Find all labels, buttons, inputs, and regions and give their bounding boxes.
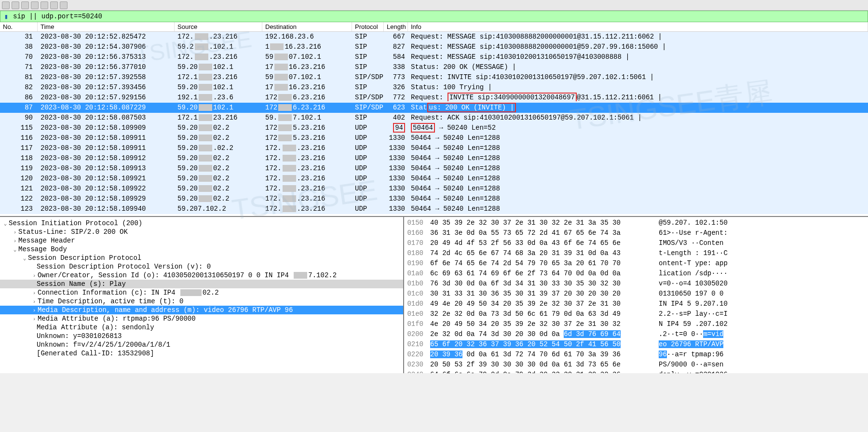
tree-sdp-media-attr-sendonly[interactable]: Media Attribute (a): sendonly [0, 323, 403, 332]
col-header-protocol[interactable]: Protocol [352, 22, 384, 31]
filter-bookmark-icon[interactable]: ▮ [2, 13, 10, 20]
packet-list-header[interactable]: No. Time Source Destination Protocol Len… [0, 22, 868, 32]
display-filter-input[interactable] [13, 13, 866, 20]
toolbar-button[interactable] [12, 1, 19, 9]
main-toolbar [0, 0, 868, 11]
packet-row[interactable]: 1222023-08-30 20:12:58.10992959.2002.217… [0, 194, 868, 204]
packet-row[interactable]: 382023-08-30 20:12:54.30790659.2.102.111… [0, 42, 868, 52]
tree-sdp-unknown-y[interactable]: Unknown: y=0301026813 [0, 332, 403, 340]
expand-icon[interactable]: › [31, 308, 38, 313]
hex-row[interactable]: 01c030 31 33 31 30 36 35 30 31 39 37 20 … [404, 289, 868, 299]
toolbar-button[interactable] [21, 1, 29, 9]
packet-list-pane[interactable]: No. Time Source Destination Protocol Len… [0, 22, 868, 217]
packet-detail-pane[interactable]: ⌄Session Initiation Protocol (200) ›Stat… [0, 217, 404, 373]
tree-sdp-media-desc[interactable]: ›Media Description, name and address (m)… [0, 306, 403, 314]
toolbar-button[interactable] [50, 1, 58, 9]
tree-sdp-time[interactable]: ›Time Description, active time (t): 0 [0, 297, 403, 306]
tree-generated-callid[interactable]: [Generated Call-ID: 13532908] [0, 349, 403, 358]
packet-row[interactable]: 1162023-08-30 20:12:58.10991159.2002.217… [0, 133, 868, 143]
hex-dump-pane[interactable]: 015040 35 39 2e 32 30 37 2e 31 30 32 2e … [404, 217, 868, 373]
expand-icon[interactable]: › [12, 238, 18, 244]
packet-row[interactable]: 702023-08-30 20:12:56.375313172..23.2165… [0, 52, 868, 62]
hex-row[interactable]: 015040 35 39 2e 32 30 37 2e 31 30 32 2e … [404, 218, 868, 228]
tree-message-body[interactable]: ⌄Message Body [0, 245, 403, 254]
packet-row[interactable]: 812023-08-30 20:12:57.392558172.123.2165… [0, 72, 868, 82]
tree-sdp-session-name[interactable]: Session Name (s): Play [0, 280, 403, 288]
packet-row[interactable]: 1212023-08-30 20:12:58.10992259.2002.217… [0, 184, 868, 194]
packet-row[interactable]: 902023-08-30 20:12:58.087503172.123.2165… [0, 113, 868, 123]
expand-icon[interactable]: › [12, 230, 18, 235]
hex-row[interactable]: 022020 39 36 0d 0a 61 3d 72 74 70 6d 61 … [404, 350, 868, 360]
hex-row[interactable]: 017020 49 4d 4f 53 2f 56 33 0d 0a 43 6f … [404, 238, 868, 248]
packet-row[interactable]: 862023-08-30 20:12:57.929156192.1.23.617… [0, 93, 868, 103]
hex-row[interactable]: 01906f 6e 74 65 6e 74 2d 54 79 70 65 3a … [404, 258, 868, 269]
packet-row[interactable]: 822023-08-30 20:12:57.39345659.20102.117… [0, 82, 868, 93]
toolbar-button[interactable] [41, 1, 48, 9]
display-filter-bar: ▮ [0, 11, 868, 22]
packet-row[interactable]: 1172023-08-30 20:12:58.10991159.20.02.21… [0, 143, 868, 153]
expand-icon[interactable]: › [31, 316, 38, 322]
hex-row[interactable]: 024064 6f 6e 6c 79 0d 0a 79 3d 30 33 30 … [404, 370, 868, 373]
col-header-info[interactable]: Info [408, 22, 868, 31]
collapse-icon[interactable]: ⌄ [2, 220, 9, 227]
expand-icon[interactable]: › [31, 299, 38, 305]
col-header-destination[interactable]: Destination [262, 22, 352, 31]
hex-row[interactable]: 01d049 4e 20 49 50 34 20 35 39 2e 32 30 … [404, 299, 868, 309]
col-header-no[interactable]: No. [0, 22, 38, 31]
hex-row[interactable]: 01b076 3d 30 0d 0a 6f 3d 34 31 30 33 30 … [404, 279, 868, 289]
col-header-length[interactable]: Length [384, 22, 408, 31]
hex-row[interactable]: 01a06c 69 63 61 74 69 6f 6e 2f 73 64 70 … [404, 269, 868, 279]
redacted-ip [294, 272, 307, 279]
hex-row[interactable]: 016036 31 3e 0d 0a 55 73 65 72 2d 41 67 … [404, 228, 868, 238]
tree-sdp-connection[interactable]: ›Connection Information (c): IN IP4 02.2 [0, 288, 403, 297]
packet-row[interactable]: 1152023-08-30 20:12:58.10990959.2002.217… [0, 123, 868, 133]
tree-sdp-media-attr-rtpmap[interactable]: ›Media Attribute (a): rtpmap:96 PS/90000 [0, 314, 403, 323]
packet-row[interactable]: 872023-08-30 20:12:58.08722959.20102.117… [0, 103, 868, 113]
tree-sip-root[interactable]: ⌄Session Initiation Protocol (200) [0, 219, 403, 228]
toolbar-button[interactable] [31, 1, 39, 9]
collapse-icon[interactable]: ⌄ [21, 255, 28, 261]
col-header-time[interactable]: Time [38, 22, 175, 31]
tree-sdp-unknown-f[interactable]: Unknown: f=v/2/4/25/1/2000a/1/8/1 [0, 340, 403, 349]
col-header-source[interactable]: Source [175, 22, 262, 31]
tree-message-header[interactable]: ›Message Header [0, 236, 403, 245]
toolbar-button[interactable] [60, 1, 68, 9]
redacted-ip [180, 289, 202, 296]
hex-row[interactable]: 021065 6f 20 32 36 37 39 36 20 52 54 50 … [404, 339, 868, 350]
hex-row[interactable]: 02002e 32 0d 0a 74 3d 30 20 30 0d 0a 6d … [404, 329, 868, 339]
packet-row[interactable]: 712023-08-30 20:12:56.37701059.20102.117… [0, 62, 868, 72]
packet-row[interactable]: 1232023-08-30 20:12:58.10994059.207.102.… [0, 204, 868, 214]
packet-row[interactable]: 312023-08-30 20:12:52.825472172..23.2161… [0, 32, 868, 42]
tree-sdp[interactable]: ⌄Session Description Protocol [0, 254, 403, 262]
expand-icon[interactable]: › [31, 273, 38, 279]
packet-row[interactable]: 1192023-08-30 20:12:58.10991359.2002.217… [0, 163, 868, 174]
hex-row[interactable]: 01f04e 20 49 50 34 20 35 39 2e 32 30 37 … [404, 319, 868, 329]
hex-row[interactable]: 023020 50 53 2f 39 30 30 30 30 0d 0a 61 … [404, 360, 868, 370]
tree-status-line[interactable]: ›Status-Line: SIP/2.0 200 OK [0, 228, 403, 236]
hex-row[interactable]: 01e032 2e 32 0d 0a 73 3d 50 6c 61 79 0d … [404, 309, 868, 319]
tree-sdp-version[interactable]: Session Description Protocol Version (v)… [0, 262, 403, 271]
tree-sdp-owner[interactable]: ›Owner/Creator, Session Id (o): 41030502… [0, 271, 403, 280]
expand-icon[interactable]: › [31, 290, 38, 296]
packet-row[interactable]: 1182023-08-30 20:12:58.10991259.2002.217… [0, 153, 868, 163]
collapse-icon[interactable]: ⌄ [12, 246, 18, 253]
hex-row[interactable]: 018074 2d 4c 65 6e 67 74 68 3a 20 31 39 … [404, 248, 868, 258]
toolbar-button[interactable] [2, 1, 10, 9]
packet-row[interactable]: 1202023-08-30 20:12:58.10992159.2002.217… [0, 174, 868, 184]
